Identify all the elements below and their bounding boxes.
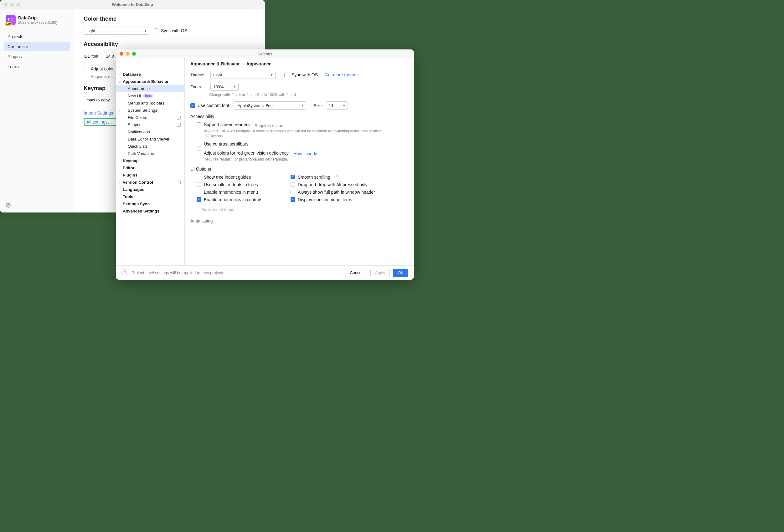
ok-button[interactable]: OK xyxy=(393,269,408,277)
tree-menus-toolbars[interactable]: Menus and Toolbars xyxy=(116,99,185,107)
tree-path-variables[interactable]: Path Variables xyxy=(116,150,185,157)
tree-advanced[interactable]: Advanced Settings xyxy=(116,207,185,215)
checkbox-icon xyxy=(290,197,295,202)
screen-readers-desc: ⌘⇥ and ⇧⌘⇥ will navigate UI controls in … xyxy=(203,129,385,139)
checkbox-icon xyxy=(197,190,201,194)
font-select[interactable]: .AppleSystemUIFont xyxy=(233,101,306,110)
get-more-themes-link[interactable]: Get more themes xyxy=(325,72,359,77)
welcome-titlebar: Welcome to DataGrip xyxy=(0,0,265,9)
display-icons-checkbox[interactable]: Display icons in menu items xyxy=(290,197,385,202)
info-icon[interactable]: ? xyxy=(334,175,338,179)
theme-select[interactable]: Light xyxy=(84,27,149,35)
project-scope-icon xyxy=(177,123,181,127)
project-scope-icon xyxy=(177,181,181,184)
footer-hint: Project-level settings will be applied t… xyxy=(132,270,224,275)
project-scope-icon xyxy=(177,116,181,120)
zoom-hint: Change with ⌃⌥= or ⌃⌥-. Set to 100% with… xyxy=(209,93,407,97)
tree-keymap[interactable]: Keymap xyxy=(116,157,185,164)
checkbox-icon xyxy=(84,67,88,71)
nav-projects[interactable]: Projects xyxy=(4,32,70,41)
welcome-sidebar: DG DataGrip 2023.2 EAP (232.6190) Projec… xyxy=(0,9,74,212)
ui-options-heading: UI Options xyxy=(190,167,407,172)
breadcrumb: Appearance & Behavior › Appearance ← → xyxy=(190,61,407,66)
settings-tree: Database Appearance & Behavior Appearanc… xyxy=(116,58,185,265)
tree-guides-checkbox[interactable]: Show tree indent guides xyxy=(197,175,284,180)
tree-quick-lists[interactable]: Quick Lists xyxy=(116,143,185,150)
background-image-button[interactable]: Background Image… xyxy=(197,206,244,214)
tree-settings-sync[interactable]: Settings Sync xyxy=(116,200,185,207)
adjust-colors-checkbox[interactable]: Adjust colors for red-green vision defic… xyxy=(197,150,289,155)
custom-font-checkbox[interactable]: Use custom font: xyxy=(190,103,230,108)
accessibility-heading: Accessibility xyxy=(190,114,407,119)
tree-appearance[interactable]: Appearance xyxy=(116,85,185,92)
how-it-works-link[interactable]: How it works xyxy=(293,151,318,156)
color-theme-heading: Color theme xyxy=(84,16,255,22)
full-path-checkbox[interactable]: Always show full path in window header xyxy=(290,190,385,195)
mnemonics-controls-checkbox[interactable]: Enable mnemonics in controls xyxy=(197,197,284,202)
tree-appearance-behavior[interactable]: Appearance & Behavior xyxy=(116,78,185,85)
settings-dialog: Settings Database Appearance & Behavior … xyxy=(116,50,414,280)
crumb-parent[interactable]: Appearance & Behavior xyxy=(190,61,240,66)
sync-os-label: Sync with OS xyxy=(161,28,187,33)
settings-title: Settings xyxy=(116,52,414,56)
back-icon[interactable]: ← xyxy=(394,61,398,66)
help-icon[interactable]: ? xyxy=(121,269,129,276)
zoom-label: Zoom: xyxy=(190,85,207,89)
beta-badge: Beta xyxy=(143,94,154,98)
font-size-stepper[interactable]: 14 xyxy=(326,101,348,110)
crumb-current: Appearance xyxy=(246,61,272,66)
app-version: 2023.2 EAP (232.6190) xyxy=(18,20,57,25)
forward-icon[interactable]: → xyxy=(402,61,407,66)
svg-point-0 xyxy=(7,205,9,206)
tree-new-ui[interactable]: New UI Beta xyxy=(116,92,185,99)
theme-select[interactable]: Light xyxy=(211,71,276,79)
sync-os-checkbox[interactable]: Sync with OS xyxy=(284,72,318,77)
theme-label: Theme: xyxy=(190,72,207,77)
tree-version-control[interactable]: Version Control xyxy=(116,179,185,186)
welcome-title: Welcome to DataGrip xyxy=(0,2,265,7)
tree-database[interactable]: Database xyxy=(116,71,185,78)
contrast-scrollbars-checkbox[interactable]: Use contrast scrollbars xyxy=(197,142,248,146)
tree-languages[interactable]: Languages xyxy=(116,186,185,193)
tree-editor[interactable]: Editor xyxy=(116,164,185,172)
tree-data-editor[interactable]: Data Editor and Viewer xyxy=(116,136,185,143)
all-settings-link[interactable]: All settings… xyxy=(86,120,112,124)
screen-readers-checkbox[interactable]: Support screen readers xyxy=(197,122,250,127)
adjust-color-label: Adjust color xyxy=(91,66,114,71)
sync-os-checkbox[interactable]: Sync with OS xyxy=(154,28,187,33)
chevron-right-icon: › xyxy=(242,61,244,66)
smooth-scrolling-checkbox[interactable]: Smooth scrolling? xyxy=(290,175,385,180)
nav-learn[interactable]: Learn xyxy=(4,62,70,71)
mnemonics-menu-checkbox[interactable]: Enable mnemonics in menu xyxy=(197,190,284,195)
tree-file-colors[interactable]: File Colors xyxy=(116,114,185,121)
settings-search-input[interactable] xyxy=(119,61,181,68)
tree-plugins[interactable]: Plugins xyxy=(116,172,185,179)
tree-notifications[interactable]: Notifications xyxy=(116,128,185,136)
checkbox-icon xyxy=(290,175,295,179)
tree-system-settings[interactable]: System Settings xyxy=(116,107,185,114)
app-brand: DG DataGrip 2023.2 EAP (232.6190) xyxy=(0,12,74,29)
nav-customize[interactable]: Customize xyxy=(4,42,70,51)
settings-titlebar: Settings xyxy=(116,50,414,58)
app-icon: DG xyxy=(6,15,16,25)
cancel-button[interactable]: Cancel xyxy=(345,269,367,277)
tree-tools[interactable]: Tools xyxy=(116,193,185,200)
adjust-color-checkbox[interactable]: Adjust color xyxy=(84,66,114,71)
checkbox-icon xyxy=(290,190,295,194)
tree-scopes[interactable]: Scopes xyxy=(116,121,185,128)
checkbox-icon xyxy=(197,150,201,155)
apply-button[interactable]: Apply xyxy=(370,269,390,277)
accessibility-heading: Accessibility xyxy=(84,41,255,48)
checkbox-icon xyxy=(197,142,201,146)
checkbox-icon xyxy=(197,122,201,127)
nav-plugins[interactable]: Plugins xyxy=(4,52,70,61)
zoom-select[interactable]: 100% xyxy=(211,83,239,91)
checkbox-icon xyxy=(197,175,201,179)
antialiasing-heading: Antialiasing xyxy=(190,218,407,224)
dnd-alt-checkbox[interactable]: Drag-and-drop with Alt pressed only xyxy=(290,182,385,187)
adjust-colors-desc: Requires restart. For protanopia and deu… xyxy=(203,157,385,162)
settings-content: Appearance & Behavior › Appearance ← → T… xyxy=(185,58,414,265)
smaller-indents-checkbox[interactable]: Use smaller indents in trees xyxy=(197,182,284,187)
gear-icon[interactable] xyxy=(0,199,74,212)
checkbox-icon xyxy=(190,103,195,108)
